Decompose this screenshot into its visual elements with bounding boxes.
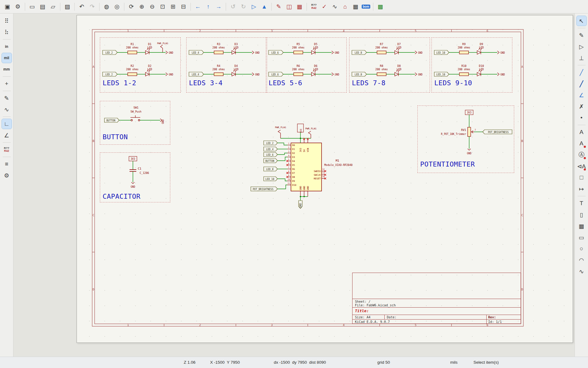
wire[interactable]: [277, 153, 287, 155]
hierarchical-label-icon[interactable]: ⊲A: [577, 161, 586, 171]
gnd-power-symbol[interactable]: GND: [332, 73, 339, 76]
schematic-canvas[interactable]: 1 2 3 4 5 6 1 2 3 4 5 6 A B C D A B C D …: [13, 13, 575, 357]
gnd-power-symbol[interactable]: GND: [252, 51, 260, 54]
gnd-power-symbol[interactable]: GND: [252, 73, 260, 76]
refresh-icon[interactable]: ⟳: [126, 2, 136, 12]
pwr-flag-symbol[interactable]: PWR_FLAG: [305, 127, 317, 138]
draw-wire-icon[interactable]: ╱: [577, 67, 586, 77]
units-inches-icon[interactable]: in: [2, 42, 12, 52]
mirror-vertical-icon[interactable]: ▲: [259, 2, 269, 12]
select-icon[interactable]: ↖: [577, 16, 586, 26]
led-circuit-row[interactable]: R10 200 ohms D10 LED LED_10 GND: [432, 62, 511, 80]
resistor-symbol[interactable]: [459, 51, 469, 54]
hierarchical-sheet-icon[interactable]: □: [577, 173, 586, 182]
nav-forward-icon[interactable]: →: [214, 2, 224, 12]
pwr-flag-symbol[interactable]: PWR_FLAG: [275, 126, 286, 138]
capacitor-symbol[interactable]: [130, 170, 136, 171]
nav-back-icon[interactable]: ←: [193, 2, 203, 12]
resistor-symbol[interactable]: [377, 73, 386, 76]
table-icon[interactable]: ▦: [577, 221, 586, 231]
wire[interactable]: [277, 143, 287, 145]
rotate-ccw-icon[interactable]: ↺: [228, 2, 238, 12]
bom-icon[interactable]: bom: [361, 2, 371, 12]
zoom-in-icon[interactable]: ⊕: [137, 2, 147, 12]
text-box-icon[interactable]: ▯: [577, 210, 586, 220]
led-circuit-row[interactable]: R7 200 ohms D7 LED LED_8 GND: [350, 40, 429, 58]
wire[interactable]: [277, 185, 287, 189]
print-icon[interactable]: ▤: [38, 2, 47, 12]
place-power-port-icon[interactable]: ⊥: [577, 53, 586, 63]
highlight-net-icon[interactable]: ✎: [577, 30, 586, 40]
pcb-editor-icon[interactable]: ▩: [375, 2, 385, 12]
led-circuit-row[interactable]: R9 200 ohms D9 LED LED_10 GND: [432, 40, 511, 58]
find-replace-icon[interactable]: ◎: [112, 2, 122, 12]
units-mils-icon[interactable]: mil: [2, 53, 12, 63]
nav-up-icon[interactable]: ↑: [203, 2, 213, 12]
led-circuit-row[interactable]: R4 200 ohms D4 LED LED_4 GND: [187, 62, 266, 80]
mirror-horizontal-icon[interactable]: ▷: [249, 2, 259, 12]
paste-icon[interactable]: ▨: [62, 2, 72, 12]
annotate-icon[interactable]: R??R42: [309, 2, 319, 12]
find-icon[interactable]: ◍: [102, 2, 111, 12]
resistor-symbol[interactable]: [459, 73, 469, 76]
resistor-symbol[interactable]: [214, 51, 223, 54]
net-label-icon[interactable]: A: [577, 127, 586, 137]
edit-symbol-fields-icon[interactable]: ✎: [274, 2, 284, 12]
simulator-icon[interactable]: ∿: [330, 2, 340, 12]
resistor-symbol[interactable]: [128, 73, 137, 76]
annotate-auto-icon[interactable]: R??R42: [2, 145, 12, 155]
schematic-setup-icon[interactable]: ⚙: [13, 2, 23, 12]
grid-visibility-icon[interactable]: ⠿: [2, 16, 12, 26]
place-symbol-icon[interactable]: ▷: [577, 42, 586, 52]
mcu-circuit[interactable]: PWR_FLAG PWR_FLAG 3V3 3V3 5V VIN: [239, 121, 368, 217]
undo-icon[interactable]: ↶: [77, 2, 87, 12]
hierarchy-navigator-icon[interactable]: ≡: [2, 159, 12, 169]
grid-overrides-icon[interactable]: ⠷: [2, 27, 12, 37]
gnd-power-symbol[interactable]: GND: [332, 51, 339, 54]
gnd-power-symbol[interactable]: GND: [166, 51, 173, 54]
symbol-fields-table-icon[interactable]: ▦: [351, 2, 360, 12]
import-sheet-pin-icon[interactable]: ↦: [577, 184, 586, 194]
edit-symbols-icon[interactable]: ▦: [295, 2, 304, 12]
erc-icon[interactable]: ✓: [319, 2, 329, 12]
potentiometer-symbol[interactable]: [468, 127, 474, 136]
show-op-voltages-icon[interactable]: ∿: [2, 105, 12, 114]
resistor-symbol[interactable]: [294, 51, 303, 54]
rectangle-icon[interactable]: ▭: [577, 232, 586, 242]
free-angle-wires-icon[interactable]: ✎: [2, 93, 12, 103]
properties-panel-icon[interactable]: ⚙: [2, 171, 12, 180]
resistor-symbol[interactable]: [377, 51, 386, 54]
led-circuit-row[interactable]: R5 200 ohms D5 LED LED_6 GND: [267, 40, 346, 58]
page-settings-icon[interactable]: ▭: [27, 2, 37, 12]
text-icon[interactable]: T: [577, 198, 586, 208]
symbol-library-browser-icon[interactable]: ◫: [284, 2, 294, 12]
gnd-power-symbol[interactable]: GND: [299, 201, 302, 209]
led-circuit-row[interactable]: R2 200 ohms D2 LED LED_2 GND: [101, 62, 180, 80]
gnd-power-symbol[interactable]: GND: [415, 51, 423, 54]
gnd-power-symbol[interactable]: GND: [497, 73, 505, 76]
rotate-cw-icon[interactable]: ↻: [239, 2, 248, 12]
wire[interactable]: [277, 179, 287, 181]
plot-icon[interactable]: ▱: [48, 2, 58, 12]
led-circuit-row[interactable]: R1 200 ohms D1 LED PWR_FLAG LED_2 GND: [101, 40, 180, 58]
hv-wires-icon[interactable]: ∟: [2, 119, 12, 129]
crosshair-style-icon[interactable]: +: [2, 79, 12, 89]
led-circuit-row[interactable]: R3 200 ohms D3 LED LED_4 GND: [187, 40, 266, 58]
arc-icon[interactable]: ◠: [577, 255, 586, 265]
led-circuit-row[interactable]: R8 200 ohms D8 LED LED_8 GND: [350, 62, 429, 80]
gnd-power-symbol[interactable]: GND: [160, 119, 164, 124]
save-icon[interactable]: ▣: [2, 2, 12, 12]
draw-bus-icon[interactable]: ╱: [577, 79, 586, 89]
zoom-selection-icon[interactable]: ⊞: [168, 2, 178, 12]
schematic-page[interactable]: 1 2 3 4 5 6 1 2 3 4 5 6 A B C D A B C D …: [77, 15, 573, 343]
global-label-icon[interactable]: Ⓐ: [577, 150, 586, 160]
gnd-power-symbol[interactable]: GND: [131, 182, 135, 188]
redo-icon[interactable]: ↷: [87, 2, 97, 12]
led-circuit-row[interactable]: R6 200 ohms D6 LED LED_6 GND: [267, 62, 346, 80]
resistor-symbol[interactable]: [128, 51, 137, 54]
resistor-symbol[interactable]: [294, 73, 303, 76]
gnd-power-symbol[interactable]: GND: [166, 73, 173, 76]
resistor-symbol[interactable]: [214, 73, 223, 76]
gnd-power-symbol[interactable]: GND: [497, 51, 505, 54]
no-connect-icon[interactable]: ✗: [577, 102, 586, 111]
